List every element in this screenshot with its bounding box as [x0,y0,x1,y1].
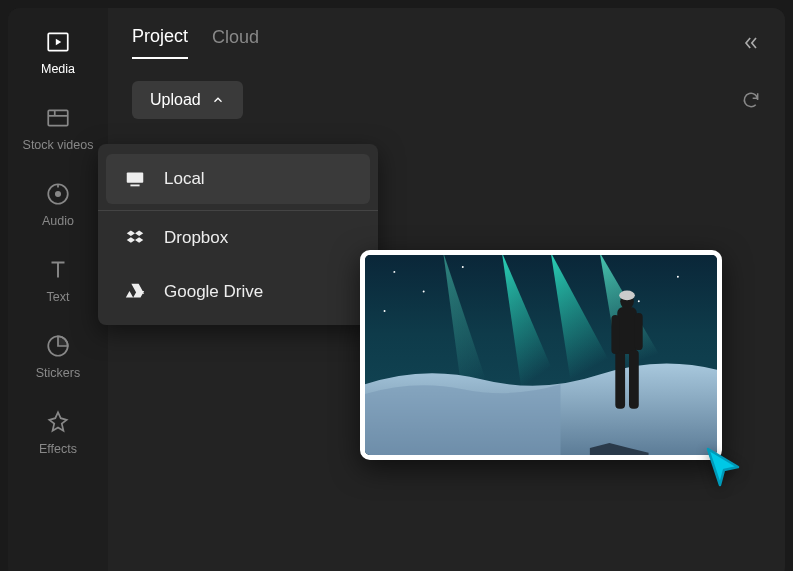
stickers-icon [44,332,72,360]
upload-button-label: Upload [150,91,201,109]
tab-cloud[interactable]: Cloud [212,27,259,58]
aurora-image [365,255,717,455]
dropbox-icon [124,227,146,249]
svg-rect-17 [617,307,637,354]
sidebar-item-stock-videos[interactable]: Stock videos [8,100,108,156]
dropdown-item-google-drive[interactable]: Google Drive [98,265,378,319]
dropdown-item-dropbox[interactable]: Dropbox [98,210,378,265]
svg-point-13 [677,276,679,278]
monitor-icon [124,168,146,190]
sidebar-item-label: Media [41,62,75,76]
svg-rect-1 [48,110,68,125]
svg-rect-20 [611,315,619,354]
svg-point-14 [638,300,640,302]
upload-dropdown: Local Dropbox Google Drive [98,144,378,325]
media-icon [44,28,72,56]
sidebar-item-audio[interactable]: Audio [8,176,108,232]
chevron-up-icon [211,93,225,107]
sidebar-item-stickers[interactable]: Stickers [8,328,108,384]
sidebar-item-label: Effects [39,442,77,456]
sidebar: Media Stock videos Audio Text Stickers [8,8,108,571]
refresh-button[interactable] [741,90,761,110]
svg-point-22 [619,290,635,300]
effects-icon [44,408,72,436]
sidebar-item-effects[interactable]: Effects [8,404,108,460]
text-icon [44,256,72,284]
svg-rect-19 [629,350,639,409]
audio-icon [44,180,72,208]
svg-rect-8 [130,185,139,187]
svg-point-11 [423,290,425,292]
sidebar-item-label: Text [47,290,70,304]
cursor-pointer-icon [700,443,748,491]
sidebar-item-label: Stickers [36,366,80,380]
tab-project[interactable]: Project [132,26,188,59]
dropdown-item-label: Local [164,169,205,189]
upload-row: Upload [132,81,761,119]
tabs: Project Cloud [132,26,761,59]
svg-point-5 [56,192,60,196]
dropdown-item-local[interactable]: Local [106,154,370,204]
svg-point-10 [393,271,395,273]
google-drive-icon [124,281,146,303]
sidebar-item-text[interactable]: Text [8,252,108,308]
svg-point-15 [384,310,386,312]
svg-rect-18 [615,350,625,409]
svg-point-12 [462,266,464,268]
collapse-panel-button[interactable] [741,33,761,53]
upload-button[interactable]: Upload [132,81,243,119]
sidebar-item-media[interactable]: Media [8,24,108,80]
svg-rect-7 [127,173,144,183]
media-thumbnail[interactable] [360,250,722,460]
stock-videos-icon [44,104,72,132]
dropdown-item-label: Dropbox [164,228,228,248]
sidebar-item-label: Stock videos [23,138,94,152]
dropdown-item-label: Google Drive [164,282,263,302]
sidebar-item-label: Audio [42,214,74,228]
svg-rect-21 [635,313,643,350]
